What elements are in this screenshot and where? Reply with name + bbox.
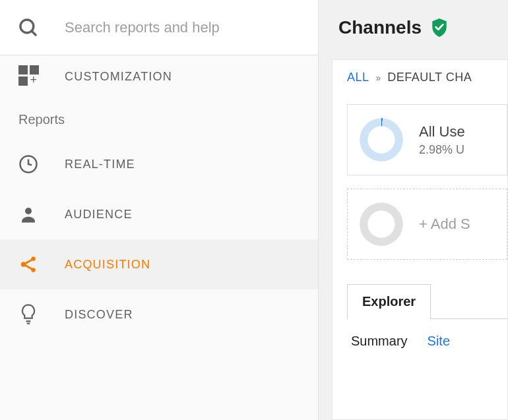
tab-explorer[interactable]: Explorer [347, 284, 431, 320]
page-header: Channels [319, 0, 508, 55]
svg-point-0 [20, 19, 34, 32]
breadcrumb-current: DEFAULT CHA [387, 71, 472, 84]
add-segment-label: + Add S [419, 216, 470, 233]
donut-chart-icon [360, 118, 403, 162]
add-segment-button[interactable]: + Add S [347, 189, 507, 260]
main-area: Channels ALL » DEFAULT CHA All Use 2.98%… [319, 0, 508, 420]
nav-audience[interactable]: AUDIENCE [0, 189, 318, 239]
nav-customization[interactable]: CUSTOMIZATION [0, 55, 318, 98]
breadcrumb-all[interactable]: ALL [347, 71, 369, 84]
customization-icon [18, 67, 38, 86]
segment-title: All Use [419, 123, 465, 140]
report-card: ALL » DEFAULT CHA All Use 2.98% U + Add … [332, 59, 508, 420]
segment-all-users[interactable]: All Use 2.98% U [347, 104, 507, 175]
nav-discover[interactable]: DISCOVER [0, 289, 318, 340]
app-root: CUSTOMIZATION Reports REAL-TIME AUDIENCE [0, 0, 508, 420]
segment-text: All Use 2.98% U [419, 123, 465, 157]
svg-line-1 [32, 30, 36, 35]
nav-label: CUSTOMIZATION [65, 70, 172, 84]
subtab-site-usage[interactable]: Site [428, 334, 450, 349]
svg-rect-8 [24, 264, 33, 270]
section-header-reports: Reports [0, 98, 318, 139]
breadcrumb-separator: » [376, 73, 381, 83]
shield-check-icon [431, 18, 448, 38]
search-row [0, 0, 318, 55]
svg-point-3 [25, 208, 32, 214]
search-input[interactable] [65, 19, 301, 36]
breadcrumb: ALL » DEFAULT CHA [333, 60, 507, 104]
bulb-icon [18, 305, 38, 324]
nav-label: ACQUISITION [65, 258, 150, 272]
nav-acquisition[interactable]: ACQUISITION [0, 239, 318, 289]
sidebar: CUSTOMIZATION Reports REAL-TIME AUDIENCE [0, 0, 319, 420]
subtabs: Summary Site [347, 319, 507, 355]
tabs-row: Explorer [347, 284, 507, 319]
clock-icon [18, 154, 38, 174]
page-title: Channels [338, 17, 422, 38]
segment-subtitle: 2.98% U [419, 143, 465, 157]
nav-real-time[interactable]: REAL-TIME [0, 139, 318, 189]
nav-label: AUDIENCE [65, 208, 133, 222]
donut-empty-icon [360, 202, 403, 246]
nav-label: DISCOVER [65, 308, 133, 322]
nav-label: REAL-TIME [65, 158, 135, 171]
search-icon [17, 16, 40, 39]
person-icon [18, 204, 38, 224]
acquisition-icon [18, 255, 38, 274]
subtab-summary[interactable]: Summary [351, 334, 408, 349]
